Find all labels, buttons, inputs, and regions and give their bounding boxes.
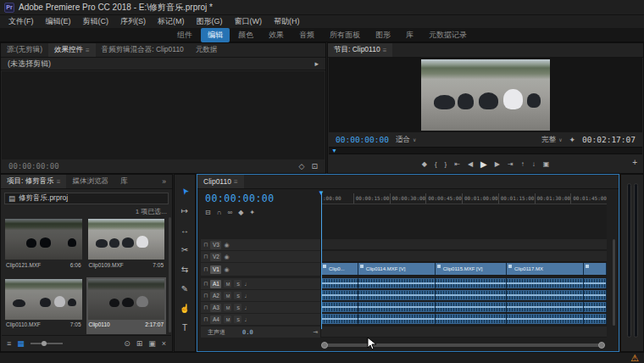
step-forward-button[interactable]: ▶ bbox=[495, 160, 500, 168]
timeline-clip-2[interactable]: Clip0114.MXF [V] bbox=[358, 263, 436, 275]
list-view-button[interactable]: ≡ bbox=[7, 339, 11, 348]
workspace-editing[interactable]: 编辑 bbox=[201, 28, 230, 42]
lock-icon[interactable]: ⊓ bbox=[203, 316, 208, 323]
tab-libraries[interactable]: 库 bbox=[114, 175, 134, 188]
track-label-v1[interactable]: V1 bbox=[210, 265, 221, 274]
zoom-handle-left[interactable] bbox=[321, 342, 328, 349]
workspace-all-panels[interactable]: 所有面板 bbox=[323, 28, 367, 42]
tab-source-monitor[interactable]: 源:(无剪辑) bbox=[1, 43, 48, 57]
timeline-audio-clip[interactable] bbox=[507, 278, 584, 288]
timeline-clip-1[interactable]: Clip0... bbox=[321, 263, 358, 275]
add-marker-button[interactable]: ◆ bbox=[422, 160, 427, 168]
pen-tool[interactable]: ✎ bbox=[178, 282, 192, 294]
icon-view-button[interactable]: ▦ bbox=[17, 339, 25, 348]
track-select-forward-tool[interactable]: ↦ bbox=[178, 204, 192, 216]
program-scrubber[interactable]: ▼ bbox=[329, 147, 642, 154]
go-to-out-button[interactable]: ⇥ bbox=[508, 160, 514, 168]
timeline-audio-clip[interactable] bbox=[436, 278, 507, 288]
nest-toggle-icon[interactable]: ⊟ bbox=[205, 209, 211, 216]
menu-file[interactable]: 文件(F) bbox=[3, 15, 40, 28]
program-video-frame[interactable] bbox=[421, 59, 550, 131]
timeline-audio-clip[interactable] bbox=[358, 302, 436, 312]
panel-menu-icon[interactable]: ≡ bbox=[234, 178, 238, 186]
snap-toggle-icon[interactable]: ∩ bbox=[217, 209, 222, 216]
track-label-v3[interactable]: V3 bbox=[210, 241, 221, 249]
hand-tool[interactable]: ☝ bbox=[178, 302, 192, 314]
timeline-audio-clip[interactable] bbox=[436, 290, 507, 300]
linked-selection-icon[interactable]: ∞ bbox=[227, 209, 232, 216]
lock-icon[interactable]: ⊓ bbox=[203, 293, 208, 299]
show-timeline-view-icon[interactable]: ▸ bbox=[314, 59, 319, 68]
panel-menu-icon[interactable]: ≡ bbox=[383, 47, 387, 54]
mute-button[interactable]: M bbox=[224, 292, 231, 299]
timeline-clip-4[interactable]: Clip0117.MX bbox=[507, 263, 584, 275]
track-output-eye-icon[interactable]: ◉ bbox=[224, 254, 229, 260]
track-label-a2[interactable]: A2 bbox=[210, 292, 221, 300]
export-frame-button[interactable]: ▣ bbox=[543, 160, 550, 168]
timeline-audio-clip[interactable] bbox=[507, 314, 584, 324]
timeline-audio-clip[interactable] bbox=[436, 314, 507, 324]
timeline-audio-clip[interactable] bbox=[584, 302, 607, 312]
timeline-audio-clip[interactable] bbox=[321, 302, 358, 312]
timeline-clip-5[interactable] bbox=[584, 263, 607, 275]
panel-menu-icon[interactable]: ≡ bbox=[86, 47, 90, 54]
events-warning-icon[interactable]: ⚠ bbox=[630, 353, 639, 363]
go-to-in-button[interactable]: ⇤ bbox=[454, 160, 460, 168]
mute-button[interactable]: M bbox=[224, 304, 231, 311]
settings-wrench-icon[interactable]: ✦ bbox=[569, 136, 576, 144]
go-to-end-icon[interactable]: ⇥ bbox=[313, 329, 318, 336]
thumbnail-zoom-slider[interactable] bbox=[31, 343, 63, 344]
playhead-icon[interactable]: ▼ bbox=[318, 189, 325, 197]
project-item-clip0109[interactable]: Clip0109.MXF 7:05 bbox=[86, 217, 167, 275]
master-volume-value[interactable]: 0.0 bbox=[242, 329, 253, 336]
menu-clip[interactable]: 剪辑(C) bbox=[77, 15, 115, 28]
track-clips-v2[interactable] bbox=[321, 251, 607, 262]
project-item-clip0110-mxf[interactable]: Clip0110.MXF 7:05 bbox=[3, 277, 84, 335]
lock-icon[interactable]: ⊓ bbox=[203, 281, 208, 288]
mic-icon[interactable]: ♩ bbox=[244, 281, 250, 287]
tab-program-monitor[interactable]: 节目: Clip0110≡ bbox=[328, 43, 392, 57]
timeline-ruler[interactable]: :00:00 00:00:15:00 00:00:30:00 00:00:45:… bbox=[321, 193, 607, 204]
timeline-audio-clip[interactable] bbox=[584, 290, 607, 300]
timeline-audio-clip[interactable] bbox=[358, 278, 436, 288]
project-scrollbar[interactable] bbox=[169, 217, 171, 332]
ripple-edit-tool[interactable]: ↔ bbox=[178, 224, 192, 236]
tab-media-browser[interactable]: 媒体浏览器 bbox=[66, 175, 114, 188]
lift-button[interactable]: ↑ bbox=[521, 160, 525, 168]
timeline-vertical-scrollbar[interactable] bbox=[613, 239, 615, 326]
timeline-audio-clip[interactable] bbox=[321, 278, 358, 288]
mark-out-button[interactable]: } bbox=[445, 160, 447, 168]
tab-sequence-clip0110[interactable]: Clip0110≡ bbox=[197, 175, 244, 188]
menu-window[interactable]: 窗口(W) bbox=[229, 15, 269, 28]
track-output-eye-icon[interactable]: ◉ bbox=[224, 266, 229, 273]
track-label-a3[interactable]: A3 bbox=[210, 304, 221, 312]
program-current-timecode[interactable]: 00:00:00:00 bbox=[336, 135, 389, 144]
menu-help[interactable]: 帮助(H) bbox=[268, 15, 306, 28]
lock-icon[interactable]: ⊓ bbox=[203, 254, 208, 260]
menu-sequence[interactable]: 序列(S) bbox=[114, 15, 152, 28]
mute-button[interactable]: M bbox=[224, 316, 231, 323]
selection-tool[interactable]: ➤ bbox=[178, 185, 192, 197]
workspace-assembly[interactable]: 组件 bbox=[170, 28, 199, 42]
button-editor-plus[interactable]: + bbox=[632, 158, 637, 167]
step-back-button[interactable]: ◀ bbox=[468, 160, 473, 168]
mark-in-button[interactable]: { bbox=[435, 160, 437, 168]
keyframe-icon[interactable]: ◇ bbox=[299, 162, 305, 170]
track-label-a1[interactable]: A1 bbox=[210, 280, 221, 288]
timeline-audio-clip[interactable] bbox=[321, 290, 358, 300]
tab-overflow-icon[interactable]: » bbox=[156, 175, 172, 188]
workspace-graphics[interactable]: 图形 bbox=[369, 28, 397, 42]
zoom-level-select[interactable]: 适合∨ bbox=[396, 135, 416, 145]
lock-icon[interactable]: ⊓ bbox=[203, 304, 208, 311]
extract-button[interactable]: ↓ bbox=[532, 160, 536, 168]
add-marker-icon[interactable]: ◆ bbox=[238, 209, 243, 216]
timeline-audio-clip[interactable] bbox=[507, 290, 584, 300]
zoom-fit-icon[interactable]: ⊡ bbox=[311, 162, 318, 170]
find-button[interactable]: ⊙ bbox=[124, 339, 130, 348]
project-root-item[interactable]: ▤ 修剪音乐.prproj bbox=[4, 193, 169, 204]
master-track-clips[interactable] bbox=[321, 327, 607, 338]
menu-graphics[interactable]: 图形(G) bbox=[191, 15, 229, 28]
timeline-audio-clip[interactable] bbox=[584, 314, 607, 324]
workspace-audio[interactable]: 音频 bbox=[292, 28, 321, 42]
track-label-a4[interactable]: A4 bbox=[210, 316, 221, 324]
